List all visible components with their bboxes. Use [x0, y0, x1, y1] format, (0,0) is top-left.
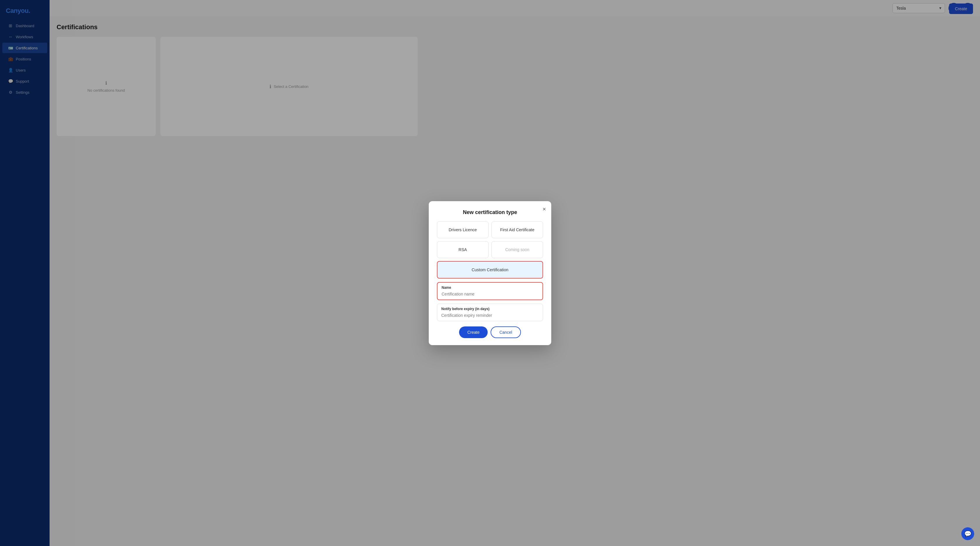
modal-overlay: New certification type × Drivers Licence… [0, 0, 425, 238]
